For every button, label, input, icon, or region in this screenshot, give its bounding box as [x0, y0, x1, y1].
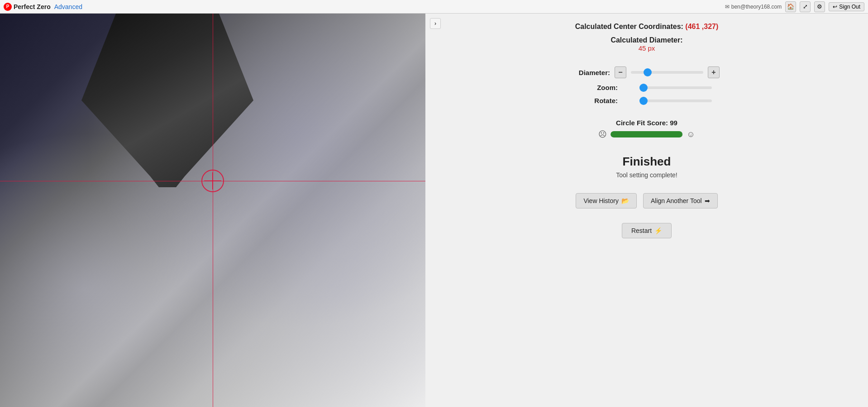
email-icon: ✉	[725, 4, 730, 10]
main-layout: › Calculated Center Coordinates: (461 ,3…	[0, 14, 868, 407]
finished-subtitle: Tool setting complete!	[616, 171, 677, 179]
logo-icon: P	[4, 3, 12, 11]
topbar-right: ✉ ben@theory168.com 🏠 ⤢ ⚙ ↩ Sign Out	[725, 1, 864, 12]
finished-title: Finished	[623, 155, 671, 169]
restart-icon: ⚡	[654, 227, 662, 234]
calc-center-label: Calculated Center Coordinates: (461 ,327…	[575, 23, 719, 31]
action-buttons: View History 📂 Align Another Tool ➡	[576, 193, 717, 208]
align-another-icon: ➡	[705, 197, 710, 204]
zoom-slider[interactable]	[639, 86, 712, 89]
restart-row: Restart ⚡	[622, 223, 672, 238]
right-panel: Calculated Center Coordinates: (461 ,327…	[425, 14, 868, 407]
diameter-plus-button[interactable]: +	[708, 66, 720, 78]
score-bar-fill	[610, 131, 682, 137]
sad-icon: ☹	[598, 129, 607, 139]
app-title-perfect: Perfect Zero	[14, 3, 51, 10]
sidebar-toggle-button[interactable]: ›	[430, 18, 441, 29]
camera-panel	[0, 14, 425, 407]
view-history-icon: 📂	[621, 197, 629, 204]
restart-button[interactable]: Restart ⚡	[622, 223, 672, 238]
rotate-slider-row: Rotate:	[439, 97, 854, 104]
app-title-advanced: Advanced	[54, 3, 82, 10]
circle-fit-score-bar: ☹ ☺	[598, 129, 695, 139]
restart-label: Restart	[631, 227, 652, 234]
view-history-label: View History	[583, 197, 619, 204]
calc-center-row: Calculated Center Coordinates: (461 ,327…	[439, 23, 854, 31]
view-history-button[interactable]: View History 📂	[576, 193, 637, 208]
circle-fit-row: Circle Fit Score: 99 ☹ ☺	[439, 119, 854, 139]
calc-diameter-value: 45 px	[639, 44, 655, 52]
sign-out-button[interactable]: ↩ Sign Out	[829, 2, 864, 11]
signin-icon: ↩	[833, 4, 837, 10]
rotate-slider[interactable]	[639, 99, 712, 102]
score-bar-background	[610, 131, 683, 137]
finished-row: Finished Tool setting complete!	[439, 155, 854, 179]
zoom-slider-row: Zoom:	[439, 84, 854, 91]
diameter-slider[interactable]	[631, 71, 703, 74]
home-button[interactable]: 🏠	[785, 1, 796, 12]
happy-icon: ☺	[687, 130, 695, 139]
circle-fit-score: 99	[670, 119, 677, 127]
calc-center-value: (461 ,327)	[685, 23, 718, 30]
zoom-label: Zoom:	[582, 84, 618, 91]
calc-diameter-row: Calculated Diameter: 45 px	[439, 36, 854, 52]
topbar-email: ✉ ben@theory168.com	[725, 4, 782, 10]
diameter-minus-button[interactable]: −	[615, 66, 626, 78]
align-another-tool-button[interactable]: Align Another Tool ➡	[643, 193, 718, 208]
circle-fit-label: Circle Fit Score: 99	[616, 119, 677, 127]
crosshair-vertical	[213, 14, 213, 407]
calc-diameter-label: Calculated Diameter:	[610, 36, 682, 44]
topbar-left: P Perfect Zero Advanced	[4, 3, 82, 11]
diameter-slider-row: Diameter: − +	[439, 66, 854, 78]
expand-button[interactable]: ⤢	[800, 1, 811, 12]
topbar: P Perfect Zero Advanced ✉ ben@theory168.…	[0, 0, 868, 14]
align-another-label: Align Another Tool	[651, 197, 702, 204]
crosshair-inner-horizontal	[204, 180, 221, 181]
diameter-label: Diameter:	[574, 69, 610, 76]
rotate-label: Rotate:	[582, 97, 618, 104]
settings-button[interactable]: ⚙	[814, 1, 825, 12]
